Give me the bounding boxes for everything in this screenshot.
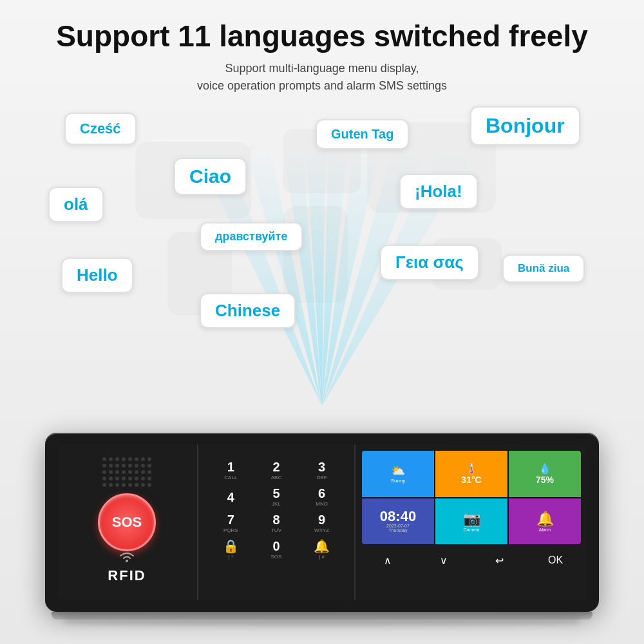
speaker-dot	[135, 470, 138, 474]
language-bubble-ola: olá	[48, 187, 104, 222]
page: Support 11 languages switched freely Sup…	[0, 0, 644, 644]
speaker-dot	[102, 483, 106, 487]
rfid-label: RFID	[108, 551, 146, 584]
language-bubble-czesć: Cześć	[64, 113, 137, 145]
temp-tile: 🌡️ 31°C	[435, 451, 507, 497]
language-bubble-ciao: Ciao	[174, 158, 247, 195]
speaker-dot	[102, 464, 106, 468]
speaker-dot	[141, 477, 145, 480]
key-1[interactable]: 2ABC	[257, 460, 296, 480]
speaker-dot	[122, 470, 126, 474]
camera-tile: 📷 Camera	[435, 498, 507, 545]
key-2[interactable]: 3DEF	[302, 460, 341, 480]
speaker-dot	[147, 470, 151, 474]
language-bubble-bonjour: Bonjour	[470, 106, 580, 146]
key-10[interactable]: 0SOS	[257, 540, 296, 560]
speaker-dot	[135, 464, 138, 468]
speaker-dot	[141, 470, 145, 474]
speaker-dot	[109, 470, 113, 474]
svg-point-17	[211, 262, 214, 266]
speaker-dot	[102, 470, 106, 474]
language-bubble-guten-tag: Guten Tag	[316, 119, 409, 149]
speaker-dot	[115, 477, 119, 480]
nav-key-3[interactable]: OK	[530, 551, 581, 570]
rfid-text: RFID	[108, 567, 146, 584]
speaker-dot	[147, 477, 151, 480]
wifi-icon	[117, 551, 137, 566]
speaker-dot	[122, 464, 126, 468]
svg-point-8	[249, 146, 253, 150]
svg-marker-21	[306, 148, 325, 406]
speaker-dot	[102, 457, 106, 461]
weather-tile: ⛅ Sunny	[362, 451, 434, 497]
nav-key-1[interactable]: ∨	[418, 551, 469, 570]
speaker-dot	[109, 464, 113, 468]
left-panel: SOS RFID	[57, 444, 198, 600]
svg-point-15	[191, 243, 195, 247]
svg-point-10	[333, 149, 337, 153]
svg-marker-20	[283, 148, 322, 406]
speaker-dot	[115, 464, 119, 468]
nav-key-0[interactable]: ∧	[362, 551, 413, 570]
speaker-dot	[109, 457, 113, 461]
key-9[interactable]: 🔒| *	[211, 540, 251, 560]
key-3[interactable]: 4	[211, 487, 251, 507]
language-bubble-hello: Hello	[61, 258, 133, 293]
keypad-panel: 1CALL2ABC3DEF45JKL6MNO7PQRS8TUV9WXYZ🔒| *…	[198, 444, 355, 600]
language-bubble-buna-ziua: Bună ziua	[502, 254, 585, 283]
speaker-dot	[128, 470, 132, 474]
speaker-grid	[102, 457, 151, 487]
key-0[interactable]: 1CALL	[211, 460, 251, 480]
svg-point-26	[126, 560, 128, 562]
speaker-dot	[128, 464, 132, 468]
screen-content: ⛅ Sunny 🌡️ 31°C 💧 75%	[362, 451, 581, 544]
key-11[interactable]: 🔔| #	[302, 540, 341, 560]
device: SOS RFID	[45, 433, 599, 612]
svg-point-16	[201, 252, 205, 256]
speaker-dot	[115, 483, 119, 487]
speaker-dot	[135, 457, 138, 461]
speaker-dot	[102, 477, 106, 480]
svg-marker-22	[322, 148, 348, 406]
speaker-dot	[135, 483, 138, 487]
key-5[interactable]: 6MNO	[302, 487, 341, 507]
device-screen: ⛅ Sunny 🌡️ 31°C 💧 75%	[362, 451, 581, 544]
device-wrapper: SOS RFID	[32, 433, 612, 625]
speaker-dot	[141, 464, 145, 468]
svg-point-13	[410, 143, 414, 147]
speaker-dot	[141, 457, 145, 461]
device-shadow	[64, 620, 580, 625]
key-4[interactable]: 5JKL	[257, 487, 296, 507]
speaker-dot	[115, 470, 119, 474]
speaker-dot	[115, 457, 119, 461]
speaker-dot	[141, 483, 145, 487]
speaker-dot	[128, 477, 132, 480]
key-8[interactable]: 9WXYZ	[302, 513, 341, 533]
device-base	[52, 612, 592, 620]
speaker-dot	[109, 483, 113, 487]
key-6[interactable]: 7PQRS	[211, 513, 251, 533]
sos-button[interactable]: SOS	[98, 493, 156, 551]
nav-key-2[interactable]: ↩	[474, 551, 525, 570]
language-bubble-hola: ¡Hola!	[399, 174, 478, 209]
key-7[interactable]: 8TUV	[257, 513, 296, 533]
language-bubble-zdravstvuyte: дравствуйте	[200, 222, 303, 251]
speaker-dot	[147, 457, 151, 461]
speaker-dot	[122, 477, 126, 480]
speaker-dot	[147, 464, 151, 468]
svg-rect-4	[283, 206, 348, 303]
nav-keys: ∧∨↩OK	[362, 551, 581, 570]
svg-point-14	[423, 130, 427, 134]
right-panel: ⛅ Sunny 🌡️ 31°C 💧 75%	[355, 444, 587, 600]
speaker-dot	[122, 457, 126, 461]
svg-marker-23	[322, 148, 380, 406]
header: Support 11 languages switched freely Sup…	[0, 0, 644, 101]
speaker-dot	[147, 483, 151, 487]
main-title: Support 11 languages switched freely	[26, 19, 618, 53]
svg-point-6	[223, 153, 227, 156]
time-tile: 08:40 2023-07-07 Thursday	[362, 498, 434, 545]
humidity-tile: 💧 75%	[509, 451, 581, 497]
speaker-dot	[122, 483, 126, 487]
device-inner: SOS RFID	[57, 444, 587, 600]
speaker-dot	[109, 477, 113, 480]
